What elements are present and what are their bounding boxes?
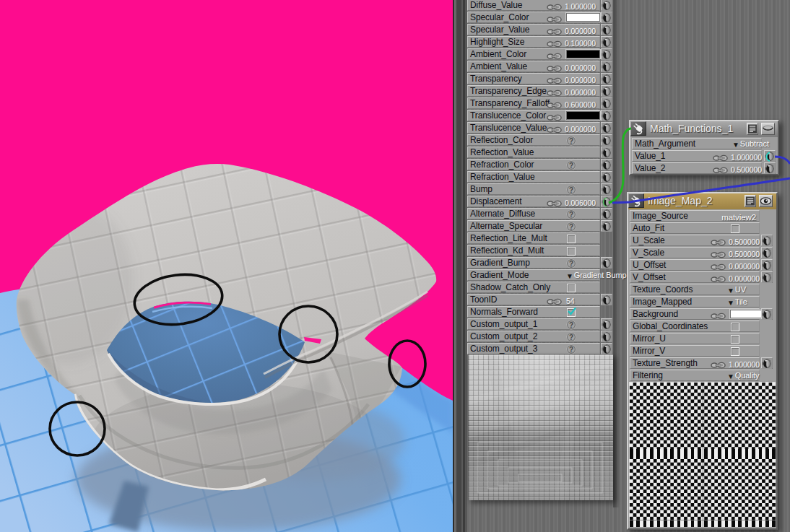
svg-text:?: ? xyxy=(569,333,573,341)
svg-text:?: ? xyxy=(569,186,573,194)
svg-text:?: ? xyxy=(569,211,573,219)
svg-text:?: ? xyxy=(569,260,573,268)
svg-text:?: ? xyxy=(569,321,573,329)
svg-text:?: ? xyxy=(569,137,573,145)
svg-text:?: ? xyxy=(569,223,573,231)
svg-text:?: ? xyxy=(569,162,573,170)
svg-text:?: ? xyxy=(569,346,573,354)
